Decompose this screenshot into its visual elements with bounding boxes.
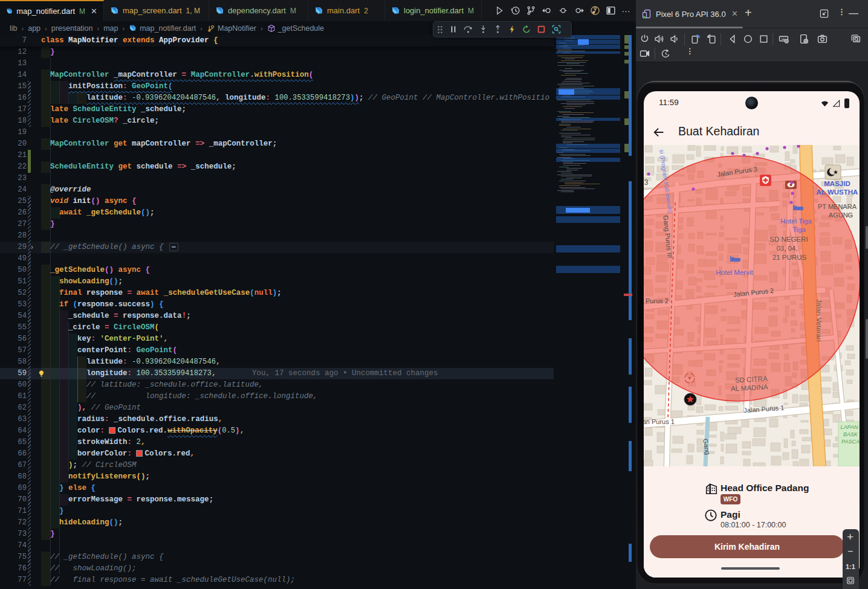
svg-text:PASCA: PASCA bbox=[841, 439, 860, 445]
svg-text:Hotel Mervit: Hotel Mervit bbox=[716, 269, 753, 276]
svg-text:alan Purus 1: alan Purus 1 bbox=[644, 418, 675, 425]
svg-text:LAPAN: LAPAN bbox=[841, 424, 858, 430]
svg-text:3: 3 bbox=[644, 178, 649, 187]
svg-text:03, 04,: 03, 04, bbox=[776, 245, 797, 252]
svg-text:BASK: BASK bbox=[843, 431, 858, 437]
svg-text:Tiga: Tiga bbox=[792, 226, 806, 233]
svg-text:MASJID: MASJID bbox=[824, 180, 850, 187]
svg-text:SD NEGERI: SD NEGERI bbox=[769, 236, 808, 243]
svg-text:Purus 2: Purus 2 bbox=[646, 297, 669, 304]
svg-text:Hotel Tiga: Hotel Tiga bbox=[780, 217, 812, 225]
svg-text:PT MENARA: PT MENARA bbox=[818, 203, 857, 210]
svg-text:21 PURUS: 21 PURUS bbox=[772, 254, 807, 261]
svg-text:AGUNG: AGUNG bbox=[829, 211, 853, 219]
svg-text:AL WUSTHA: AL WUSTHA bbox=[817, 188, 858, 196]
svg-text:Jalan Veteran: Jalan Veteran bbox=[815, 299, 823, 341]
